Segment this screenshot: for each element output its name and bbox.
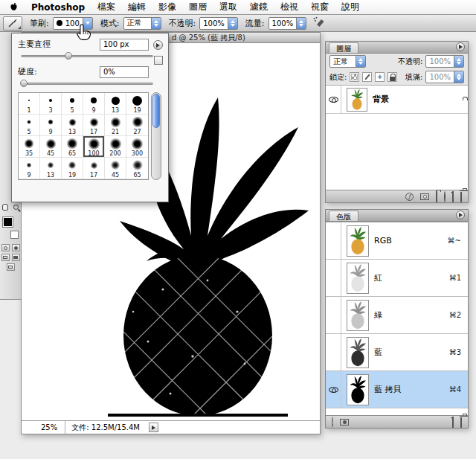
add-mask-button[interactable] (420, 193, 429, 200)
brush-preset-65[interactable]: 65 (62, 136, 83, 158)
hardness-input[interactable]: 0% (100, 66, 149, 78)
brush-preset-13[interactable]: 13 (105, 93, 126, 115)
panel-menu-button[interactable] (456, 42, 465, 51)
layers-fill-value: 100% (426, 73, 454, 81)
menu-item-view[interactable]: 檢視 (280, 1, 298, 13)
panel-menu-button[interactable] (456, 211, 465, 219)
airbrush-icon (312, 16, 326, 28)
apple-menu-icon[interactable] (9, 2, 19, 13)
layers-blend-mode-dropdown[interactable]: 正常 (329, 55, 366, 68)
channel-visibility-toggle[interactable] (326, 334, 341, 370)
background-color-swatch[interactable] (10, 231, 19, 239)
channel-row-green[interactable]: 綠 ⌘2 (326, 297, 468, 334)
channel-row-rgb[interactable]: RGB ⌘~ (326, 222, 468, 260)
brush-preset-9[interactable]: 9 (40, 115, 62, 136)
brush-preset-13[interactable]: 13 (62, 115, 83, 136)
brush-preset-200[interactable]: 200 (105, 136, 126, 158)
menu-item-image[interactable]: 影像 (158, 1, 176, 13)
brush-preset-300[interactable]: 300 (126, 136, 148, 158)
quickmask-mode-button[interactable] (12, 244, 20, 251)
brush-preset-45[interactable]: 45 (40, 136, 62, 158)
layer-style-button[interactable]: ƒ (405, 193, 414, 201)
brush-preset-5[interactable]: 5 (19, 115, 40, 136)
hardness-slider[interactable] (21, 79, 153, 89)
save-selection-button[interactable] (340, 419, 349, 426)
new-layer-button[interactable] (452, 192, 454, 202)
brush-preset-35[interactable]: 35 (19, 136, 40, 158)
load-selection-button[interactable] (332, 417, 333, 427)
new-channel-button[interactable] (452, 417, 454, 427)
lock-image-toggle[interactable] (362, 72, 372, 82)
channel-visibility-toggle[interactable] (326, 371, 341, 408)
brush-preset-picker: 主要直徑 100 px 硬度: 0% 135913195913172127354… (11, 33, 169, 202)
brush-preset-9[interactable]: 9 (19, 158, 40, 179)
menu-item-file[interactable]: 檔案 (97, 1, 115, 13)
opacity-dropdown[interactable]: 100% (199, 17, 238, 30)
brush-preset-19[interactable]: 19 (126, 93, 148, 115)
brush-preset-5[interactable]: 5 (62, 93, 83, 115)
brush-grid-scrollbar[interactable] (151, 92, 161, 180)
menu-item-help[interactable]: 說明 (341, 1, 359, 13)
brush-preset-9[interactable]: 9 (83, 93, 105, 115)
lock-all-toggle[interactable] (387, 72, 397, 82)
lock-position-toggle[interactable]: + (375, 72, 385, 82)
blend-mode-dropdown[interactable]: 正常 (123, 17, 161, 30)
tab-layers[interactable]: 圖層 (329, 42, 358, 53)
delete-layer-button[interactable] (460, 192, 462, 202)
screen-mode-full-menubar-button[interactable] (12, 254, 20, 261)
diameter-slider-thumb[interactable] (65, 52, 72, 60)
brush-preset-3[interactable]: 3 (40, 93, 62, 115)
foreground-color-swatch[interactable] (2, 216, 13, 228)
hand-tool-button[interactable] (1, 202, 10, 212)
brush-preset-100[interactable]: 100 (83, 136, 105, 158)
menu-item-select[interactable]: 選取 (219, 1, 237, 13)
zoom-tool-button[interactable] (12, 202, 21, 212)
standard-mode-button[interactable] (1, 244, 10, 251)
brush-preset-19[interactable]: 19 (62, 158, 83, 179)
brush-preset-1[interactable]: 1 (19, 93, 40, 115)
layer-visibility-toggle[interactable] (326, 86, 341, 113)
channel-visibility-toggle[interactable] (326, 297, 341, 333)
jump-to-imageready-button[interactable] (7, 263, 15, 271)
layer-row-background[interactable]: 背景 (326, 86, 468, 114)
hardness-slider-thumb[interactable] (20, 80, 28, 87)
save-selection-icon (340, 419, 349, 426)
diameter-slider[interactable] (21, 51, 153, 61)
menu-item-window[interactable]: 視窗 (311, 1, 329, 13)
brush-tool-button[interactable] (3, 16, 22, 31)
brush-preset-21[interactable]: 21 (105, 115, 126, 136)
brush-size-dropdown[interactable]: 100 (53, 17, 93, 30)
channel-visibility-toggle[interactable] (326, 260, 341, 296)
brush-preset-13[interactable]: 13 (40, 158, 62, 179)
channel-row-blue-copy[interactable]: 藍 拷貝 ⌘4 (326, 371, 468, 408)
layers-opacity-box[interactable]: 100% (425, 55, 464, 68)
status-menu-button[interactable] (149, 423, 158, 432)
brush-preset-27[interactable]: 27 (126, 115, 148, 136)
brush-preset-17[interactable]: 17 (83, 115, 105, 136)
screen-mode-standard-button[interactable] (1, 254, 10, 261)
layers-fill-box[interactable]: 100% (425, 71, 464, 83)
new-brush-button[interactable] (154, 56, 163, 65)
menu-app-name[interactable]: Photoshop (31, 2, 85, 13)
zoom-field[interactable]: 25% (22, 421, 65, 434)
popup-menu-button[interactable] (153, 40, 163, 50)
new-group-button[interactable] (436, 192, 437, 202)
menu-item-layer[interactable]: 圖層 (189, 1, 207, 13)
brush-preset-65[interactable]: 65 (126, 158, 148, 179)
menu-item-edit[interactable]: 編輯 (128, 1, 146, 13)
brush-preset-17[interactable]: 17 (83, 158, 105, 179)
channel-row-red[interactable]: 紅 ⌘1 (326, 260, 468, 297)
channel-row-blue[interactable]: 藍 ⌘3 (326, 334, 468, 371)
airbrush-toggle-button[interactable] (312, 16, 326, 30)
delete-channel-button[interactable] (460, 417, 462, 427)
channel-visibility-toggle[interactable] (326, 222, 341, 259)
tab-channels[interactable]: 色版 (329, 211, 358, 221)
scrollbar-thumb[interactable] (152, 94, 160, 128)
brush-preset-45[interactable]: 45 (105, 158, 126, 179)
flow-dropdown[interactable]: 100% (268, 17, 307, 30)
master-diameter-input[interactable]: 100 px (100, 39, 149, 51)
new-adjustment-button[interactable] (444, 192, 446, 202)
lock-transparency-toggle[interactable] (350, 72, 359, 82)
zoom-icon (13, 205, 19, 210)
menu-item-filter[interactable]: 濾鏡 (250, 1, 268, 13)
